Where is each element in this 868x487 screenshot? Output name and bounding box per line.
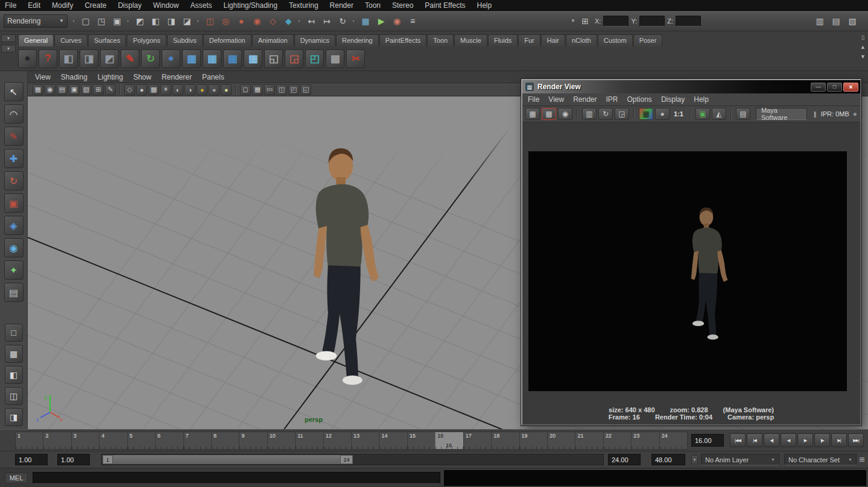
- timeline-frame-cell[interactable]: 20: [547, 432, 575, 449]
- scene-character[interactable]: [294, 147, 387, 391]
- camera-icon[interactable]: ◧: [59, 49, 78, 68]
- group-divider-icon[interactable]: ▸: [197, 18, 200, 24]
- current-time-field[interactable]: 16.00: [691, 434, 724, 447]
- two-d-pan-zoom-icon[interactable]: ⊞: [93, 84, 104, 95]
- select-by-hierarchy-icon[interactable]: ◩: [133, 14, 147, 28]
- shelf-tab[interactable]: PaintEffects: [379, 34, 427, 46]
- use-lights-icon[interactable]: ☀: [160, 84, 171, 95]
- redo-previous-render-icon[interactable]: ▦: [542, 108, 556, 120]
- mel-command-input[interactable]: [33, 472, 440, 484]
- z-coordinate-input[interactable]: [676, 16, 701, 27]
- menu-item[interactable]: Paint Effects: [425, 1, 465, 10]
- shelf-tab[interactable]: Fur: [518, 34, 540, 46]
- snapshot-icon[interactable]: ◉: [558, 108, 572, 120]
- timeline-ruler[interactable]: 123456789101112131415161718192021222324: [15, 432, 688, 450]
- render-view-menu-item[interactable]: IPR: [606, 95, 618, 104]
- chevron-down-icon[interactable]: ▼: [691, 455, 698, 464]
- render-view-window[interactable]: ▦ Render View —□× FileViewRenderIPROptio…: [521, 79, 861, 426]
- set-driven-key-icon[interactable]: ◲: [285, 49, 303, 68]
- shelf-scroll-down-icon[interactable]: ▼: [860, 54, 866, 60]
- panel-menu-item[interactable]: Renderer: [162, 73, 192, 81]
- layout-hypershade-persp-icon[interactable]: ◨: [5, 408, 23, 426]
- ipr-render-icon[interactable]: ◉: [390, 14, 404, 28]
- render-view-menu-item[interactable]: View: [548, 95, 564, 104]
- snap-to-grid-icon[interactable]: ◫: [203, 14, 217, 28]
- go-to-end-button[interactable]: ▶▶|: [848, 433, 864, 447]
- timeline-frame-cell[interactable]: 7: [183, 432, 211, 449]
- grease-pencil-icon[interactable]: ✎: [105, 84, 116, 95]
- step-back-key-button[interactable]: |◀: [747, 433, 762, 447]
- step-forward-frame-button[interactable]: |▶: [814, 433, 830, 447]
- menu-item[interactable]: Stereo: [392, 1, 413, 10]
- menu-item[interactable]: Toon: [365, 1, 381, 10]
- panel-menu-item[interactable]: Shading: [61, 73, 87, 81]
- toggle-channel-box-icon[interactable]: ▧: [845, 14, 860, 28]
- shelf-tab[interactable]: Toon: [427, 34, 454, 46]
- snap-to-view-plane-icon[interactable]: ◇: [265, 14, 280, 28]
- group-divider-icon[interactable]: ▸: [353, 18, 355, 24]
- range-start-handle[interactable]: 1: [103, 455, 113, 464]
- playback-range[interactable]: 1 24: [103, 455, 353, 464]
- hypershade-icon[interactable]: ▦: [203, 49, 221, 68]
- render-current-frame-icon[interactable]: ▶: [374, 14, 388, 28]
- toggle-toolbox-icon[interactable]: ▥: [813, 14, 827, 28]
- camera-aim-up-icon[interactable]: ◩: [100, 49, 119, 68]
- lock-camera-icon[interactable]: ◉: [45, 84, 55, 95]
- shelf-tab[interactable]: Deformation: [203, 34, 252, 46]
- output-connections-icon[interactable]: ↦: [320, 14, 334, 28]
- step-back-frame-button[interactable]: ◀|: [764, 433, 779, 447]
- select-tool-icon[interactable]: ↖: [4, 82, 24, 101]
- menu-item[interactable]: Help: [477, 1, 492, 10]
- timeline-frame-cell[interactable]: 2: [43, 432, 71, 449]
- render-view-menu-item[interactable]: Help: [694, 95, 709, 104]
- go-to-start-button[interactable]: |◀◀: [730, 433, 746, 447]
- layout-outliner-persp-icon[interactable]: ◧: [5, 366, 23, 384]
- plane-primitive-icon[interactable]: ◱: [264, 49, 283, 68]
- step-forward-key-button[interactable]: ▶|: [831, 433, 847, 447]
- command-language-button[interactable]: MEL: [5, 473, 28, 483]
- color-management-icon[interactable]: ◭: [712, 108, 726, 120]
- select-by-component-icon[interactable]: ◨: [164, 14, 179, 28]
- wireframe-icon[interactable]: ◇: [124, 84, 135, 95]
- group-divider-icon[interactable]: ▸: [299, 18, 301, 24]
- select-by-object-icon[interactable]: ◧: [148, 14, 163, 28]
- menu-item[interactable]: Create: [84, 1, 106, 10]
- menu-item[interactable]: Lighting/Shading: [223, 1, 277, 10]
- shelf-tab[interactable]: Muscle: [454, 34, 487, 46]
- timeline-frame-cell[interactable]: 5: [127, 432, 155, 449]
- play-forwards-button[interactable]: ▶: [797, 433, 813, 447]
- image-plane-icon[interactable]: ▧: [81, 84, 92, 95]
- play-backwards-button[interactable]: ◀: [781, 433, 796, 447]
- close-button[interactable]: ×: [843, 83, 858, 92]
- bookmarks-icon[interactable]: ▣: [69, 84, 80, 95]
- shelf-tab-menu-button[interactable]: ▼: [1, 34, 16, 42]
- lasso-tool-icon[interactable]: ◠: [4, 104, 24, 124]
- material-ball-yellow-icon[interactable]: ●: [197, 84, 207, 95]
- layout-four-pane-icon[interactable]: ▦: [5, 345, 23, 363]
- shelf-menu-button[interactable]: ▼: [1, 45, 16, 52]
- rotate-tool-icon[interactable]: ↻: [4, 171, 24, 190]
- shelf-tab[interactable]: Fluids: [488, 34, 518, 46]
- maximize-button[interactable]: □: [827, 83, 842, 92]
- field-chart-icon[interactable]: ▦: [252, 84, 263, 95]
- chevron-down-icon[interactable]: ▼: [571, 18, 575, 24]
- menu-set-dropdown[interactable]: Rendering ▼: [4, 14, 68, 28]
- shelf-tab[interactable]: General: [18, 34, 54, 46]
- render-view-menu-item[interactable]: Display: [661, 95, 685, 104]
- menu-item[interactable]: Assets: [190, 1, 212, 10]
- make-live-icon[interactable]: ◆: [281, 14, 296, 28]
- menu-item[interactable]: Edit: [28, 1, 40, 10]
- shelf-tab[interactable]: Rendering: [336, 34, 379, 46]
- universal-manipulator-icon[interactable]: ◈: [4, 216, 24, 235]
- render-current-frame-icon[interactable]: ▦: [525, 108, 540, 120]
- camera-attributes-icon[interactable]: ▤: [57, 84, 68, 95]
- display-real-size-icon[interactable]: ▣: [695, 108, 710, 120]
- timeline-frame-cell[interactable]: 22: [603, 432, 631, 449]
- timeline-frame-cell[interactable]: 18: [491, 432, 519, 449]
- timeline-frame-cell[interactable]: 6: [155, 432, 183, 449]
- paint-effects-icon[interactable]: ✎: [121, 49, 139, 68]
- snap-to-projected-center-icon[interactable]: ◉: [250, 14, 264, 28]
- panel-menu-item[interactable]: View: [35, 73, 51, 81]
- timeline-frame-cell[interactable]: 3: [71, 432, 99, 449]
- zoom-ratio-button[interactable]: 1:1: [674, 110, 683, 118]
